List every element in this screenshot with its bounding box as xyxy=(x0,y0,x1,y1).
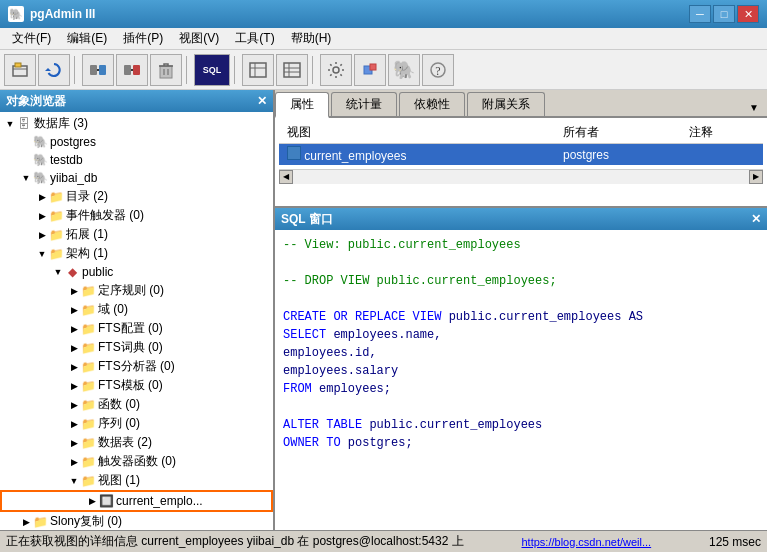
tree-node-label: Slony复制 (0) xyxy=(50,513,122,530)
toolbar-sep-1 xyxy=(74,56,78,84)
toolbar-config-btn[interactable] xyxy=(320,54,352,86)
tree-node-label: 序列 (0) xyxy=(98,415,140,432)
sql-content[interactable]: -- View: public.current_employees -- DRO… xyxy=(275,230,767,530)
tree-item[interactable]: ▶ 📁 域 (0) xyxy=(0,300,273,319)
tab-arrow[interactable]: ▼ xyxy=(741,99,767,116)
tree-expander[interactable]: ▶ xyxy=(86,493,98,509)
toolbar-sql-btn[interactable]: SQL xyxy=(194,54,230,86)
main-area: 对象浏览器 ✕ ▼ 🗄 数据库 (3) 🐘 postgres 🐘 testdb … xyxy=(0,90,767,530)
tree-expander[interactable]: ▶ xyxy=(68,359,80,375)
tree-expander[interactable]: ▶ xyxy=(68,340,80,356)
sql-line: ALTER TABLE public.current_employees xyxy=(283,416,759,434)
tree-expander[interactable]: ▼ xyxy=(68,473,80,489)
toolbar-delete-btn[interactable] xyxy=(150,54,182,86)
close-button[interactable]: ✕ xyxy=(737,5,759,23)
toolbar-help-btn[interactable]: ? xyxy=(422,54,454,86)
menu-file[interactable]: 文件(F) xyxy=(4,28,59,49)
tree-node-label: postgres xyxy=(50,135,96,149)
tree-expander[interactable]: ▶ xyxy=(36,189,48,205)
tree-item[interactable]: ▶ 📁 定序规则 (0) xyxy=(0,281,273,300)
toolbar-open-btn[interactable] xyxy=(4,54,36,86)
toolbar-table-btn[interactable] xyxy=(242,54,274,86)
right-panel: 属性 统计量 依赖性 附属关系 ▼ 视图 所有者 注释 current_ xyxy=(275,90,767,530)
tree-expander[interactable]: ▶ xyxy=(68,416,80,432)
sql-keyword: ALTER TABLE xyxy=(283,418,362,432)
maximize-button[interactable]: □ xyxy=(713,5,735,23)
tree-item[interactable]: ▶ 📁 事件触发器 (0) xyxy=(0,206,273,225)
tab-properties[interactable]: 属性 xyxy=(275,92,329,118)
toolbar-refresh-btn[interactable] xyxy=(38,54,70,86)
tree-expander[interactable]: ▶ xyxy=(36,227,48,243)
tree-expander[interactable]: ▶ xyxy=(68,378,80,394)
tree-item[interactable]: ▶ 📁 Slony复制 (0) xyxy=(0,512,273,530)
tree-expander[interactable]: ▶ xyxy=(68,454,80,470)
tree-expander[interactable]: ▶ xyxy=(68,283,80,299)
toolbar-elephant-btn[interactable]: 🐘 xyxy=(388,54,420,86)
tab-dependencies[interactable]: 依赖性 xyxy=(399,92,465,116)
menu-help[interactable]: 帮助(H) xyxy=(283,28,340,49)
minimize-button[interactable]: ─ xyxy=(689,5,711,23)
tree-expander[interactable]: ▼ xyxy=(20,170,32,186)
tree-item[interactable]: ▶ 📁 FTS模板 (0) xyxy=(0,376,273,395)
menu-plugin[interactable]: 插件(P) xyxy=(115,28,171,49)
tree-node-label: 事件触发器 (0) xyxy=(66,207,144,224)
tree-node-label: FTS词典 (0) xyxy=(98,339,163,356)
menu-view[interactable]: 视图(V) xyxy=(171,28,227,49)
status-message: 正在获取视图的详细信息 current_employees yiibai_db … xyxy=(6,533,464,550)
tree-item[interactable]: ▼ 🗄 数据库 (3) xyxy=(0,114,273,133)
tree-expander[interactable]: ▶ xyxy=(20,514,32,530)
sql-header: SQL 窗口 ✕ xyxy=(275,208,767,230)
sql-suffix: public.current_employees xyxy=(362,418,542,432)
tree-item[interactable]: ▶ 📁 FTS配置 (0) xyxy=(0,319,273,338)
tree-expander[interactable]: ▶ xyxy=(68,321,80,337)
sql-line: OWNER TO postgres; xyxy=(283,434,759,452)
tree-item[interactable]: ▶ 📁 数据表 (2) xyxy=(0,433,273,452)
toolbar-view-btn[interactable] xyxy=(276,54,308,86)
svg-rect-12 xyxy=(250,63,266,77)
tree-item[interactable]: ▼ 📁 架构 (1) xyxy=(0,244,273,263)
tree-expander[interactable]: ▶ xyxy=(68,435,80,451)
tree-node-label: 函数 (0) xyxy=(98,396,140,413)
tree-item[interactable]: ▼ 🐘 yiibai_db xyxy=(0,169,273,187)
toolbar-disconnect-btn[interactable] xyxy=(116,54,148,86)
tree-item[interactable]: ▶ 📁 拓展 (1) xyxy=(0,225,273,244)
tree-item[interactable]: ▶ 📁 目录 (2) xyxy=(0,187,273,206)
sql-keyword: FROM xyxy=(283,382,312,396)
tree-item[interactable]: ▶ 🔲 current_emplo... xyxy=(0,490,273,512)
tree-node-label: 数据库 (3) xyxy=(34,115,88,132)
tree-area[interactable]: ▼ 🗄 数据库 (3) 🐘 postgres 🐘 testdb ▼ 🐘 yiib… xyxy=(0,112,273,530)
table-row[interactable]: current_employees postgres xyxy=(279,144,763,166)
object-browser-close[interactable]: ✕ xyxy=(257,94,267,108)
sql-comment: -- View: public.current_employees xyxy=(283,238,521,252)
title-controls: ─ □ ✕ xyxy=(689,5,759,23)
tree-item[interactable]: ▶ 📁 FTS词典 (0) xyxy=(0,338,273,357)
tree-item[interactable]: ▶ 📁 序列 (0) xyxy=(0,414,273,433)
tree-node-icon: 🐘 xyxy=(32,152,48,168)
tree-expander[interactable]: ▶ xyxy=(68,397,80,413)
tab-dependents[interactable]: 附属关系 xyxy=(467,92,545,116)
tree-expander[interactable]: ▼ xyxy=(4,116,16,132)
toolbar-connect-btn[interactable] xyxy=(82,54,114,86)
tree-expander[interactable] xyxy=(20,134,32,150)
tree-item[interactable]: ▶ 📁 触发器函数 (0) xyxy=(0,452,273,471)
svg-text:?: ? xyxy=(435,64,440,78)
tree-expander[interactable]: ▶ xyxy=(68,302,80,318)
tree-expander[interactable]: ▶ xyxy=(36,208,48,224)
tree-item[interactable]: ▼ ◆ public xyxy=(0,263,273,281)
menu-tools[interactable]: 工具(T) xyxy=(227,28,282,49)
menu-edit[interactable]: 编辑(E) xyxy=(59,28,115,49)
tree-item[interactable]: 🐘 testdb xyxy=(0,151,273,169)
tab-statistics[interactable]: 统计量 xyxy=(331,92,397,116)
tree-expander[interactable] xyxy=(20,152,32,168)
sql-close-icon[interactable]: ✕ xyxy=(751,212,761,226)
tree-node-icon: 📁 xyxy=(80,359,96,375)
tree-item[interactable]: ▼ 📁 视图 (1) xyxy=(0,471,273,490)
sql-keyword: CREATE OR REPLACE VIEW xyxy=(283,310,441,324)
title-bar-left: 🐘 pgAdmin III xyxy=(8,6,95,22)
tree-item[interactable]: ▶ 📁 函数 (0) xyxy=(0,395,273,414)
toolbar-plugin-btn[interactable] xyxy=(354,54,386,86)
tree-expander[interactable]: ▼ xyxy=(36,246,48,262)
tree-expander[interactable]: ▼ xyxy=(52,264,64,280)
tree-item[interactable]: ▶ 📁 FTS分析器 (0) xyxy=(0,357,273,376)
tree-item[interactable]: 🐘 postgres xyxy=(0,133,273,151)
